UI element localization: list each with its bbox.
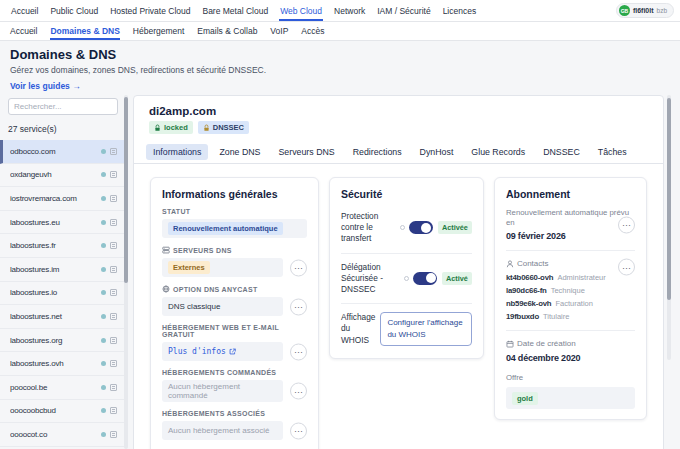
ordered-hosting-label: HÉBERGEMENTS COMMANDÉS	[162, 369, 307, 376]
cards: Informations générales STATUT Renouvelle…	[134, 164, 663, 449]
avatar: GB	[619, 5, 630, 16]
subscription-card: Abonnement Renouvellement automatique pr…	[494, 177, 647, 420]
zone-icon[interactable]	[110, 266, 117, 273]
tab-glue-records[interactable]: Glue Records	[464, 144, 532, 160]
free-hosting-link[interactable]: Plus d'infos	[168, 347, 236, 356]
sidebar-scrollbar-thumb[interactable]	[124, 97, 128, 283]
topnav-item-bare-metal-cloud[interactable]: Bare Metal Cloud	[201, 0, 269, 21]
anycast-more-button[interactable]: ···	[290, 298, 307, 315]
free-hosting-more-button[interactable]: ···	[290, 343, 307, 360]
contacts-header: Contacts	[506, 259, 635, 268]
sidebar: 27 service(s) odbocco.comoxdangeuvhiostr…	[0, 90, 124, 449]
dnssec-toggle[interactable]	[413, 272, 437, 285]
anycast-label: OPTION DNS ANYCAST	[162, 285, 307, 293]
domain-list-item[interactable]: laboostures.fr	[0, 234, 124, 258]
status-dot-icon	[101, 408, 106, 413]
divider	[506, 250, 635, 251]
subnav-item-h-bergement[interactable]: Hébergement	[133, 22, 185, 40]
user-menu[interactable]: GB fl6fi0lt bzb	[616, 3, 674, 18]
security-card: Sécurité Protection contre le transfert …	[329, 177, 484, 359]
status-dot-icon	[101, 172, 106, 177]
domain-list-item[interactable]: odbocco.com	[0, 140, 124, 164]
creation-date-header: Date de création	[506, 339, 635, 348]
dns-servers-more-button[interactable]: ···	[290, 259, 307, 276]
domain-name: laboostures.im	[10, 265, 101, 274]
zone-icon[interactable]	[110, 431, 117, 438]
contact-role: Titulaire	[543, 312, 569, 321]
tab-redirections[interactable]: Redirections	[346, 144, 409, 160]
subnav-item-domaines-dns[interactable]: Domaines & DNS	[50, 22, 119, 40]
locked-badge: locked	[149, 121, 193, 134]
renewal-more-button[interactable]: ···	[618, 216, 635, 233]
divider	[506, 330, 635, 331]
tab-dnssec[interactable]: DNSSEC	[536, 144, 587, 160]
domain-list-item[interactable]: ooocoobcbud	[0, 400, 124, 424]
transfer-protection-item: Protection contre le transfert Activée	[341, 208, 472, 254]
contacts-more-button[interactable]: ···	[618, 259, 635, 276]
zone-icon[interactable]	[110, 337, 117, 344]
search-input[interactable]	[8, 98, 118, 115]
domain-list-item[interactable]: laboostures.net	[0, 305, 124, 329]
zone-icon[interactable]	[110, 407, 117, 414]
topnav-items: AccueilPublic CloudHosted Private CloudB…	[10, 0, 477, 21]
tab-t-ches[interactable]: Tâches	[591, 144, 634, 160]
domain-list-item[interactable]: laboostures.im	[0, 258, 124, 282]
associated-hosting-label: HÉBERGEMENTS ASSOCIÉS	[162, 410, 307, 417]
topnav-item-licences[interactable]: Licences	[442, 0, 478, 21]
zone-icon[interactable]	[110, 148, 117, 155]
domain-list-item[interactable]: laboostures.eu	[0, 211, 124, 235]
domain-list: odbocco.comoxdangeuvhiostrovremarca.coml…	[0, 140, 124, 447]
lock-icon	[203, 124, 210, 132]
domain-list-item[interactable]: oxdangeuvh	[0, 164, 124, 188]
tab-dynhost[interactable]: DynHost	[413, 144, 461, 160]
dnssec-badge: DNSSEC	[198, 121, 249, 134]
ordered-hosting-more-button[interactable]: ···	[290, 383, 307, 400]
offer-row: gold	[506, 387, 635, 409]
screen: AccueilPublic CloudHosted Private CloudB…	[0, 0, 680, 449]
topnav-item-public-cloud[interactable]: Public Cloud	[49, 0, 99, 21]
domain-panel: di2amp.com locked DNSSEC InformationsZon…	[133, 95, 664, 449]
subnav-item-acc-s[interactable]: Accès	[301, 22, 324, 40]
topnav-item-web-cloud[interactable]: Web Cloud	[279, 0, 323, 21]
zone-icon[interactable]	[110, 171, 117, 178]
status-dot-icon	[101, 290, 106, 295]
subnav-item-voip[interactable]: VoIP	[270, 22, 288, 40]
topnav-item-accueil[interactable]: Accueil	[10, 0, 39, 21]
sidebar-scrollbar[interactable]	[124, 95, 128, 449]
transfer-protection-label: Protection contre le transfert	[341, 211, 395, 245]
domain-name: ooocoobcbud	[10, 406, 101, 415]
domain-list-item[interactable]: iostrovremarca.com	[0, 187, 124, 211]
topnav-item-network[interactable]: Network	[333, 0, 366, 21]
domain-list-item[interactable]: laboostures.org	[0, 329, 124, 353]
zone-icon[interactable]	[110, 195, 117, 202]
zone-icon[interactable]	[110, 384, 117, 391]
dns-servers-badge: Externes	[168, 261, 210, 274]
domain-list-item[interactable]: laboostures.io	[0, 282, 124, 306]
tab-zone-dns[interactable]: Zone DNS	[212, 144, 267, 160]
subnav-item-emails-collab[interactable]: Emails & Collab	[197, 22, 257, 40]
dnssec-delegation-item: Délégation Sécurisée - DNSSEC Activé	[341, 254, 472, 305]
zone-icon[interactable]	[110, 219, 117, 226]
topnav-item-hosted-private-cloud[interactable]: Hosted Private Cloud	[109, 0, 191, 21]
zone-icon[interactable]	[110, 313, 117, 320]
zone-icon[interactable]	[110, 242, 117, 249]
main-scrollbar-thumb[interactable]	[667, 98, 671, 300]
zone-icon[interactable]	[110, 360, 117, 367]
tab-serveurs-dns[interactable]: Serveurs DNS	[271, 144, 341, 160]
status-dot-icon	[101, 385, 106, 390]
main-scrollbar[interactable]	[667, 95, 671, 360]
zone-icon[interactable]	[110, 289, 117, 296]
configure-whois-button[interactable]: Configurer l'affichage du WHOIS	[380, 312, 472, 345]
domain-list-item[interactable]: oooocot.co	[0, 423, 124, 447]
subnav-item-accueil[interactable]: Accueil	[10, 22, 37, 40]
associated-hosting-more-button[interactable]: ···	[290, 422, 307, 439]
status-dot-icon	[101, 361, 106, 366]
domain-list-item[interactable]: poocool.be	[0, 376, 124, 400]
offer-label: Offre	[506, 373, 635, 383]
topnav-item-iam-s-curit-[interactable]: IAM / Sécurité	[376, 0, 431, 21]
status-dot-icon	[101, 196, 106, 201]
domain-list-item[interactable]: laboostures.ovh	[0, 352, 124, 376]
dnssec-status: Activé	[442, 272, 472, 285]
transfer-protection-toggle[interactable]	[409, 221, 433, 234]
tab-informations[interactable]: Informations	[146, 144, 208, 160]
